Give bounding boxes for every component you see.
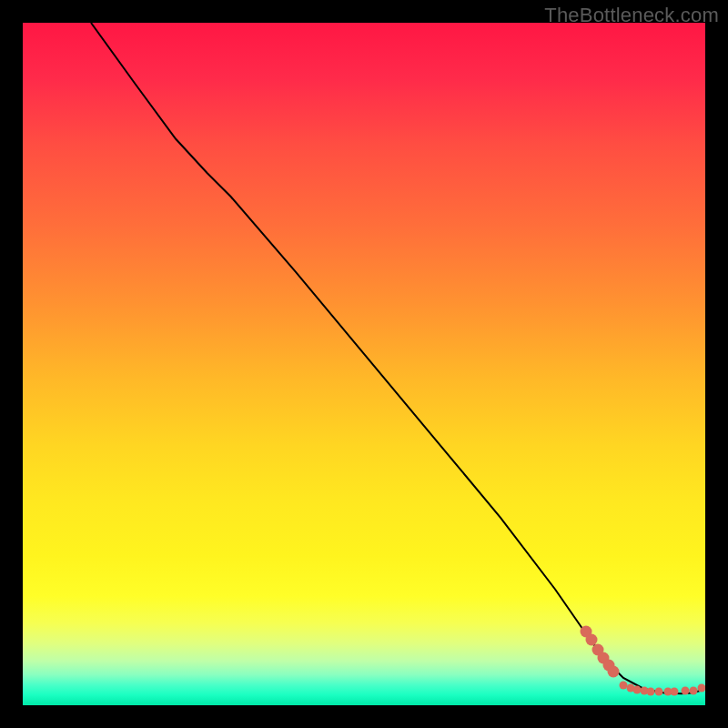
plot-area bbox=[23, 23, 705, 705]
curve-marker bbox=[671, 688, 679, 696]
curve-svg bbox=[23, 23, 705, 705]
watermark-text: TheBottleneck.com bbox=[544, 4, 719, 27]
curve-marker bbox=[607, 665, 619, 677]
curve-marker bbox=[655, 688, 663, 696]
bottleneck-curve-line bbox=[91, 23, 702, 693]
curve-marker bbox=[698, 683, 705, 692]
curve-marker bbox=[681, 687, 689, 695]
curve-marker bbox=[689, 687, 697, 695]
curve-marker bbox=[647, 688, 655, 696]
